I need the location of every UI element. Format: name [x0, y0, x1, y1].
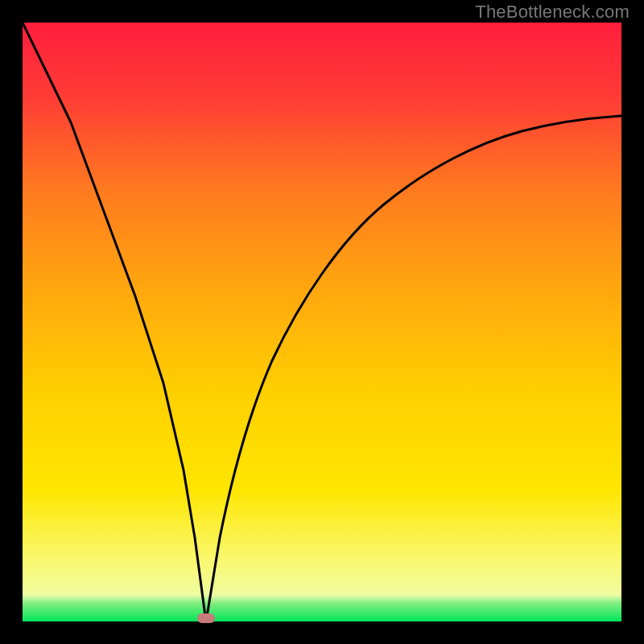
optimal-point-marker: [197, 613, 215, 623]
plot-area: [23, 23, 621, 621]
chart-svg: [23, 23, 621, 621]
chart-container: TheBottleneck.com: [0, 0, 644, 644]
watermark-text: TheBottleneck.com: [475, 2, 630, 23]
gradient-background: [23, 23, 621, 621]
